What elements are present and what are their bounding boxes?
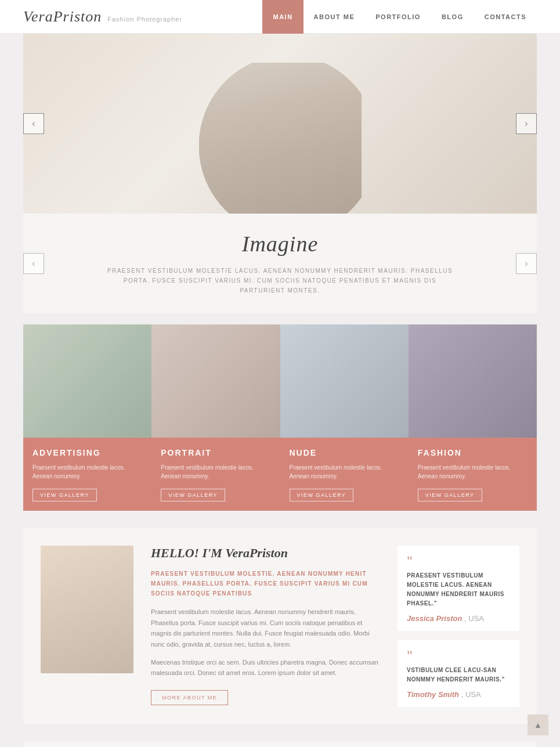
gallery-text-fashion: Praesent vestibulum molestie lacos. Aene… bbox=[418, 463, 528, 481]
nav-contacts[interactable]: CONTACTS bbox=[474, 0, 537, 34]
about-greeting: HELLO! I'M bbox=[151, 546, 225, 560]
gallery-text-nude: Praesent vestibulum molestie lacos. Aene… bbox=[290, 463, 399, 481]
back-to-top-button[interactable]: ▲ bbox=[528, 714, 548, 735]
testimonials-column: " PRAESENT VESTIBULUM MOLESTIE LACUS. AE… bbox=[398, 546, 519, 707]
gallery-item-nude: NUDE Praesent vestibulum molestie lacos.… bbox=[280, 324, 409, 511]
about-name: VeraPriston bbox=[225, 546, 288, 560]
gallery-section: ADVERTISING Praesent vestibulum molestie… bbox=[23, 324, 537, 511]
quote-mark-2: " bbox=[407, 648, 510, 662]
logo-subtitle: Fashion Photographer bbox=[107, 16, 182, 23]
gallery-item-advertising: ADVERTISING Praesent vestibulum molestie… bbox=[23, 324, 151, 511]
nav-main[interactable]: MAIN bbox=[262, 0, 303, 34]
slide-text-area: ‹ Imagine Praesent vestibulum molestie l… bbox=[23, 214, 537, 313]
gallery-image-advertising bbox=[23, 324, 151, 438]
about-highlight: Praesent vestibulum molestie. Aenean non… bbox=[151, 569, 380, 598]
hero-image: ‹ › bbox=[23, 34, 537, 214]
about-photo bbox=[41, 546, 133, 673]
author-location-2: , USA bbox=[461, 690, 481, 699]
slide-text-inner: Imagine Praesent vestibulum molestie lac… bbox=[106, 231, 454, 295]
testimonial-text-1: PRAESENT VESTIBULUM MOLESTIE LACUS. AENE… bbox=[407, 571, 510, 608]
logo-name: VeraPriston bbox=[23, 8, 102, 26]
gallery-body-fashion: FASHION Praesent vestibulum molestie lac… bbox=[409, 438, 537, 511]
view-gallery-fashion-button[interactable]: VIEW GALLERY bbox=[418, 489, 482, 501]
hero-section: ‹ › ‹ Imagine Praesent vestibulum molest… bbox=[23, 34, 537, 313]
gallery-text-advertising: Praesent vestibulum molestie lacos. Aene… bbox=[32, 463, 142, 481]
gallery-item-fashion: FASHION Praesent vestibulum molestie lac… bbox=[409, 324, 537, 511]
quote-mark-1: " bbox=[407, 554, 510, 568]
nav-about[interactable]: ABOUT ME bbox=[304, 0, 366, 34]
slide-title: Imagine bbox=[106, 231, 454, 257]
gallery-title-fashion: FASHION bbox=[418, 448, 528, 457]
nav-blog[interactable]: BLOG bbox=[431, 0, 474, 34]
gallery-body-portrait: PORTRAIT Praesent vestibulum molestie la… bbox=[151, 438, 280, 511]
more-about-button[interactable]: MORE ABOUT ME bbox=[151, 690, 228, 705]
gallery-image-nude bbox=[280, 324, 409, 438]
testimonial-author-1: Jessica Priston , USA bbox=[407, 614, 510, 623]
clients-section: MY CLIENTS ‹ › erudito FIERRO stanza ♣ l… bbox=[23, 742, 537, 747]
about-section: HELLO! I'M VeraPriston Praesent vestibul… bbox=[23, 528, 537, 724]
gallery-title-nude: NUDE bbox=[290, 448, 399, 457]
gallery-text-portrait: Praesent vestibulum molestie lacos. Aene… bbox=[161, 463, 270, 481]
hero-next-button[interactable]: › bbox=[516, 113, 537, 134]
hero-prev-button[interactable]: ‹ bbox=[23, 113, 44, 134]
about-body-1: Praesent vestibulum molestie lacus. Aene… bbox=[151, 607, 380, 650]
view-gallery-nude-button[interactable]: VIEW GALLERY bbox=[290, 489, 354, 501]
logo-area: VeraPriston Fashion Photographer bbox=[23, 8, 182, 26]
gallery-title-advertising: ADVERTISING bbox=[32, 448, 142, 457]
author-name-1: Jessica Priston bbox=[407, 614, 462, 623]
gallery-item-portrait: PORTRAIT Praesent vestibulum molestie la… bbox=[151, 324, 280, 511]
testimonial-card-2: " VSTIBULUM CLEE LACU-SAN NONMMY HENDRER… bbox=[398, 640, 519, 707]
testimonial-text-2: VSTIBULUM CLEE LACU-SAN NONMMY HENDRERIT… bbox=[407, 666, 510, 684]
view-gallery-advertising-button[interactable]: VIEW GALLERY bbox=[32, 489, 97, 501]
slide-description: Praesent vestibulum molestie lacus. Aene… bbox=[106, 266, 454, 295]
gallery-image-fashion bbox=[409, 324, 537, 438]
gallery-image-portrait bbox=[151, 324, 280, 438]
gallery-body-nude: NUDE Praesent vestibulum molestie lacos.… bbox=[280, 438, 409, 511]
main-nav: MAIN ABOUT ME PORTFOLIO BLOG CONTACTS bbox=[262, 0, 537, 34]
about-body-2: Maecenas tristique orci ac sem. Duis ult… bbox=[151, 657, 380, 679]
about-content: HELLO! I'M VeraPriston Praesent vestibul… bbox=[151, 546, 380, 707]
author-location-1: , USA bbox=[464, 614, 484, 623]
header: VeraPriston Fashion Photographer MAIN AB… bbox=[0, 0, 560, 34]
about-heading: HELLO! I'M VeraPriston bbox=[151, 546, 380, 561]
hero-silhouette bbox=[199, 63, 362, 214]
gallery-body-advertising: ADVERTISING Praesent vestibulum molestie… bbox=[23, 438, 151, 511]
author-name-2: Timothy Smith bbox=[407, 690, 459, 699]
view-gallery-portrait-button[interactable]: VIEW GALLERY bbox=[161, 489, 225, 501]
testimonial-author-2: Timothy Smith , USA bbox=[407, 690, 510, 699]
slide-next-button[interactable]: › bbox=[516, 253, 537, 274]
testimonial-card-1: " PRAESENT VESTIBULUM MOLESTIE LACUS. AE… bbox=[398, 546, 519, 631]
nav-portfolio[interactable]: PORTFOLIO bbox=[365, 0, 431, 34]
gallery-title-portrait: PORTRAIT bbox=[161, 448, 270, 457]
slide-prev-button[interactable]: ‹ bbox=[23, 253, 44, 274]
hero-photo bbox=[23, 34, 537, 214]
